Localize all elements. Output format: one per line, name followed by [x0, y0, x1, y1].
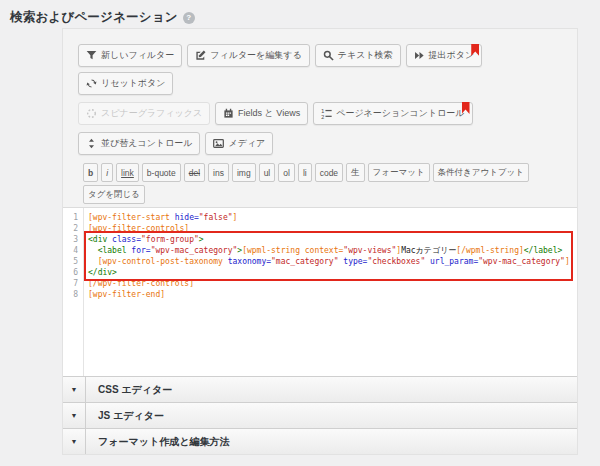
code-line: 8[wpv-filter-end] — [63, 289, 577, 300]
section-toggle-js-editor[interactable]: ▼JS エディター — [63, 402, 577, 428]
code-segment: "form-group" — [141, 235, 199, 244]
chevron-down-icon: ▼ — [63, 429, 86, 454]
line-number: 6 — [63, 267, 83, 278]
bookmark-flag-icon — [462, 102, 470, 114]
pagination-controls-button[interactable]: 12ページネーションコントロール — [313, 102, 472, 125]
calendar-icon — [223, 108, 234, 119]
code-lines: 1[wpv-filter-start hide="false"]2[wpv-fi… — [63, 208, 577, 300]
section-toggle-css-editor[interactable]: ▼CSS エディター — [63, 376, 577, 402]
spinner-graphics-button: スピナーグラフィックス — [78, 102, 210, 125]
pagination-controls-label: ページネーションコントロール — [336, 107, 464, 120]
media-icon — [213, 138, 224, 149]
chevron-down-icon: ▼ — [63, 403, 86, 428]
text-search-label: テキスト検索 — [338, 49, 393, 62]
code-segment: type= — [343, 257, 367, 266]
fields-and-views-button[interactable]: Fields と Views — [215, 102, 308, 125]
quicktag-li-button[interactable]: li — [298, 163, 312, 182]
sort-controls-button[interactable]: 並び替えコントロール — [78, 132, 200, 155]
reset-button-button[interactable]: リセットボタン — [78, 72, 173, 95]
code-line: 3<div class="form-group"> — [63, 234, 577, 245]
code-segment — [88, 246, 98, 255]
quicktag-ol-button[interactable]: ol — [278, 163, 295, 182]
quicktag-close-tags-button[interactable]: タグを閉じる — [83, 185, 145, 204]
svg-text:1: 1 — [321, 108, 325, 114]
media-button[interactable]: メディア — [205, 132, 273, 155]
code-line-text: [/wpv-filter-controls] — [83, 278, 577, 289]
reset-button-label: リセットボタン — [101, 77, 165, 90]
quicktag-del-button[interactable]: del — [184, 163, 205, 182]
sort-controls-label: 並び替えコントロール — [101, 137, 192, 150]
code-segment: ] — [233, 213, 238, 222]
search-icon — [323, 50, 334, 61]
sort-icon — [86, 138, 97, 149]
code-line: 6</div> — [63, 267, 577, 278]
line-number: 4 — [63, 245, 83, 256]
search-pagination-panel: 新しいフィルターフィルターを編集するテキスト検索提出ボタンリセットボタンスピナー… — [62, 28, 578, 455]
code-segment: "wpv-mac_category" — [151, 246, 238, 255]
code-segment: Macカテゴリー — [401, 246, 456, 255]
pagination-icon: 12 — [321, 108, 332, 119]
code-segment: taxonomy= — [228, 257, 271, 266]
toolbar-row: 並び替えコントロールメディア — [78, 132, 569, 155]
spinner-icon — [86, 108, 97, 119]
quicktag-raw-button[interactable]: 生 — [346, 163, 365, 182]
text-search-button[interactable]: テキスト検索 — [315, 44, 401, 67]
code-segment: "false" — [199, 213, 233, 222]
code-segment: > — [199, 235, 204, 244]
quicktag-link-button[interactable]: link — [116, 163, 139, 182]
code-segment: [wpv-filter-end] — [88, 290, 165, 299]
quicktags-toolbar: bilinkb-quotedelinsimgulollicode生フォーマット条… — [63, 162, 577, 207]
svg-text:2: 2 — [321, 114, 325, 119]
code-segment: ] — [565, 257, 570, 266]
page-title: 検索およびページネーション — [10, 9, 178, 26]
edit-filter-label: フィルターを編集する — [210, 49, 301, 62]
submit-button-label: 提出ボタン — [429, 49, 475, 62]
code-segment: url_param= — [430, 257, 478, 266]
line-number: 2 — [63, 223, 83, 234]
code-line: 7[/wpv-filter-controls] — [63, 278, 577, 289]
code-segment: </div> — [88, 268, 117, 277]
code-line-text: [wpv-filter-start hide="false"] — [83, 212, 577, 223]
code-line-text: </div> — [83, 267, 577, 278]
code-line: 2[wpv-filter-controls] — [63, 223, 577, 234]
code-segment: "wpv-mac_category" — [478, 257, 565, 266]
bookmark-flag-icon — [471, 44, 479, 56]
code-segment: "wpv-views" — [343, 246, 396, 255]
submit-button-button[interactable]: 提出ボタン — [406, 44, 483, 67]
line-number: 8 — [63, 289, 83, 300]
media-label: メディア — [228, 137, 265, 150]
line-number: 7 — [63, 278, 83, 289]
code-line-text: [wpv-control-post-taxonomy taxonomy="mac… — [83, 256, 577, 267]
code-line-text: <div class="form-group"> — [83, 234, 577, 245]
code-segment: [wpv-control-post-taxonomy — [98, 257, 228, 266]
line-number: 5 — [63, 256, 83, 267]
quicktag-ins-button[interactable]: ins — [208, 163, 229, 182]
metabox-title-row: 検索およびページネーション ? — [10, 9, 195, 26]
code-segment: "checkboxes" — [367, 257, 425, 266]
fields-and-views-label: Fields と Views — [238, 107, 300, 120]
help-icon[interactable]: ? — [183, 12, 195, 24]
code-segment: [/wpml-string] — [456, 246, 523, 255]
quicktag-conditional-output-button[interactable]: 条件付きアウトプット — [433, 163, 529, 182]
code-editor[interactable]: 1[wpv-filter-start hide="false"]2[wpv-fi… — [63, 207, 577, 376]
section-label: フォーマット作成と編集方法 — [86, 429, 577, 454]
quicktag-blockquote-button[interactable]: b-quote — [142, 163, 181, 182]
quicktag-code-button[interactable]: code — [315, 163, 343, 182]
code-segment: [wpml-string — [242, 246, 305, 255]
quicktag-img-button[interactable]: img — [232, 163, 256, 182]
quicktag-italic-button[interactable]: i — [101, 163, 113, 182]
code-segment: <label — [98, 246, 132, 255]
chevron-down-icon: ▼ — [63, 377, 86, 402]
new-filter-label: 新しいフィルター — [101, 49, 174, 62]
line-number: 3 — [63, 234, 83, 245]
new-filter-button[interactable]: 新しいフィルター — [78, 44, 182, 67]
quicktag-format-button[interactable]: フォーマット — [368, 163, 430, 182]
quicktags-row: bilinkb-quotedelinsimgulollicode生フォーマット条… — [83, 163, 569, 182]
code-segment: "mac_category" — [271, 257, 338, 266]
quicktag-bold-button[interactable]: b — [83, 163, 98, 182]
edit-filter-button[interactable]: フィルターを編集する — [187, 44, 309, 67]
section-toggle-format-howto[interactable]: ▼フォーマット作成と編集方法 — [63, 428, 577, 454]
code-segment: class= — [112, 235, 141, 244]
quicktag-ul-button[interactable]: ul — [259, 163, 276, 182]
code-segment: context= — [305, 246, 344, 255]
